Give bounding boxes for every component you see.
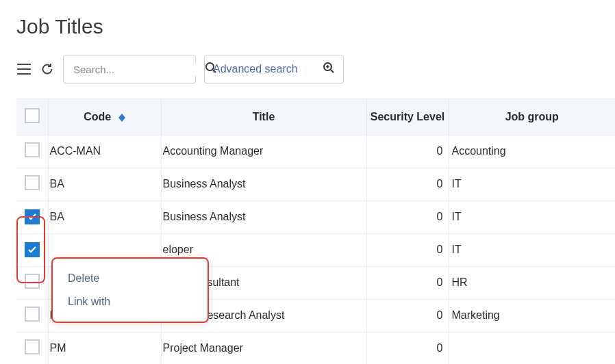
header-checkbox-cell bbox=[16, 99, 48, 135]
row-checkbox[interactable] bbox=[25, 274, 40, 289]
row-checkbox-cell bbox=[16, 135, 48, 168]
security-cell: 0 bbox=[366, 135, 449, 168]
code-cell: ACC-MAN bbox=[48, 135, 161, 168]
job-titles-table: Code Title Security Level Job group ACC-… bbox=[16, 99, 615, 364]
security-cell: 0 bbox=[366, 332, 449, 364]
table-row[interactable]: PMProject Manager0 bbox=[16, 332, 615, 364]
header-security[interactable]: Security Level bbox=[366, 99, 449, 135]
header-code[interactable]: Code bbox=[48, 99, 161, 135]
refresh-icon[interactable] bbox=[40, 62, 55, 77]
row-checkbox[interactable] bbox=[25, 339, 40, 354]
group-cell: IT bbox=[449, 168, 615, 200]
row-checkbox-cell bbox=[16, 200, 48, 233]
group-cell: IT bbox=[449, 233, 615, 266]
title-cell: Project Manager bbox=[161, 332, 366, 364]
row-checkbox-cell bbox=[16, 299, 48, 332]
row-checkbox-cell bbox=[16, 332, 48, 364]
sort-icon bbox=[118, 114, 125, 122]
group-cell: Marketing bbox=[449, 299, 615, 332]
code-cell: BA bbox=[48, 200, 161, 233]
page-title: Job Titles bbox=[16, 15, 615, 38]
group-cell: HR bbox=[449, 266, 615, 299]
row-checkbox[interactable] bbox=[25, 209, 40, 224]
row-checkbox-cell bbox=[16, 266, 48, 299]
table-row[interactable]: ACC-MANAccounting Manager0Accounting bbox=[16, 135, 615, 168]
toolbar: Advanced search bbox=[16, 55, 615, 83]
code-cell: BA bbox=[48, 168, 161, 200]
search-input[interactable] bbox=[72, 63, 205, 76]
row-checkbox[interactable] bbox=[25, 307, 40, 322]
header-title[interactable]: Title bbox=[161, 99, 366, 135]
security-cell: 0 bbox=[366, 200, 449, 233]
security-cell: 0 bbox=[366, 266, 449, 299]
security-cell: 0 bbox=[366, 233, 449, 266]
header-group[interactable]: Job group bbox=[449, 99, 615, 135]
row-checkbox[interactable] bbox=[25, 175, 40, 190]
search-box[interactable] bbox=[63, 55, 196, 83]
select-all-checkbox[interactable] bbox=[25, 108, 40, 123]
group-cell bbox=[449, 332, 615, 364]
code-cell: PM bbox=[48, 332, 161, 364]
title-cell: Business Analyst bbox=[161, 200, 366, 233]
title-cell: Accounting Manager bbox=[161, 135, 366, 168]
row-checkbox-cell bbox=[16, 233, 48, 266]
table-row[interactable]: BABusiness Analyst0IT bbox=[16, 200, 615, 233]
header-code-label: Code bbox=[84, 111, 111, 122]
table-row[interactable]: BABusiness Analyst0IT bbox=[16, 168, 615, 200]
advanced-search-label: Advanced search bbox=[213, 63, 298, 75]
group-cell: IT bbox=[449, 200, 615, 233]
row-checkbox[interactable] bbox=[25, 242, 40, 257]
security-cell: 0 bbox=[366, 168, 449, 200]
advanced-search-button[interactable]: Advanced search bbox=[204, 55, 344, 83]
group-cell: Accounting bbox=[449, 135, 615, 168]
hamburger-icon[interactable] bbox=[16, 62, 32, 77]
security-cell: 0 bbox=[366, 299, 449, 332]
row-checkbox-cell bbox=[16, 168, 48, 200]
context-menu-link-with[interactable]: Link with bbox=[53, 290, 208, 313]
context-menu-delete[interactable]: Delete bbox=[53, 267, 208, 290]
advanced-search-icon bbox=[323, 62, 335, 77]
row-checkbox[interactable] bbox=[25, 142, 40, 157]
title-cell: Business Analyst bbox=[161, 168, 366, 200]
context-menu: Delete Link with bbox=[51, 257, 209, 323]
